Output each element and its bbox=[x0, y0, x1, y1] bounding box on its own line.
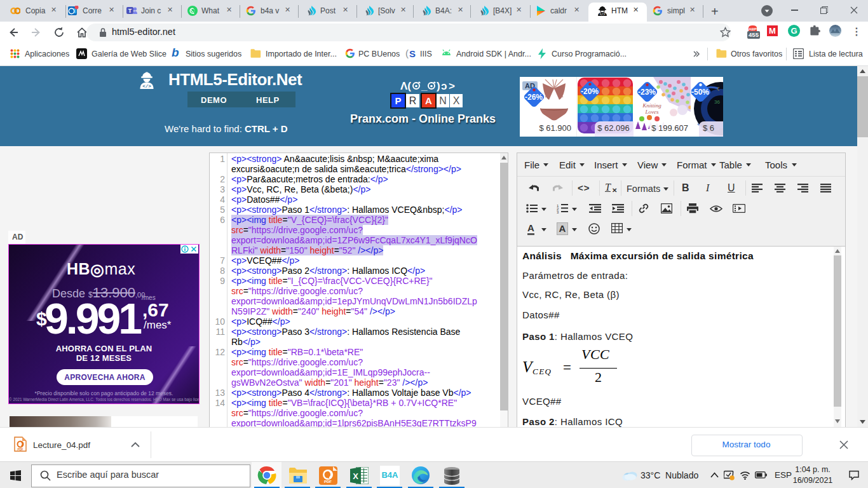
svg-text:</>: </> bbox=[599, 13, 605, 16]
svg-text:X: X bbox=[353, 471, 358, 481]
svg-text:-20%: -20% bbox=[581, 87, 599, 96]
svg-text:☾: ☾ bbox=[717, 86, 721, 92]
svg-text:-50%: -50% bbox=[691, 88, 709, 97]
svg-text:36: 36 bbox=[714, 99, 720, 105]
svg-text:-23%: -23% bbox=[638, 88, 656, 97]
svg-text:</>: </> bbox=[142, 84, 151, 89]
svg-text:Loves: Loves bbox=[645, 109, 659, 115]
svg-text:T: T bbox=[128, 8, 132, 14]
svg-text:3: 3 bbox=[557, 210, 559, 214]
svg-text:PDF: PDF bbox=[324, 480, 332, 484]
svg-text:-26%: -26% bbox=[525, 93, 543, 102]
svg-text:PDF: PDF bbox=[18, 448, 24, 451]
